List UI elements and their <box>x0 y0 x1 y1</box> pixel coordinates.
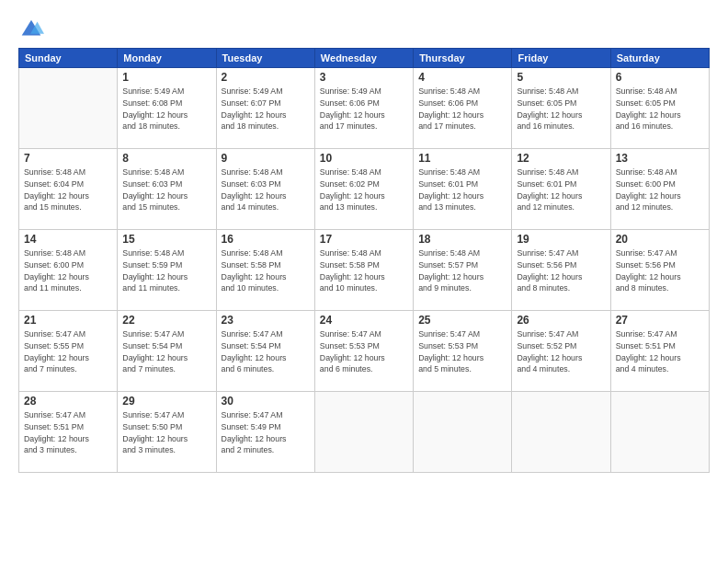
day-detail: Sunrise: 5:47 AMSunset: 5:51 PMDaylight:… <box>616 328 704 375</box>
calendar-cell: 12Sunrise: 5:48 AMSunset: 6:01 PMDayligh… <box>512 149 610 230</box>
day-number: 15 <box>122 233 210 246</box>
calendar-cell: 18Sunrise: 5:48 AMSunset: 5:57 PMDayligh… <box>414 230 512 311</box>
day-detail: Sunrise: 5:47 AMSunset: 5:54 PMDaylight:… <box>222 328 310 375</box>
day-detail: Sunrise: 5:48 AMSunset: 5:58 PMDaylight:… <box>222 247 310 294</box>
day-number: 25 <box>418 314 506 327</box>
calendar-cell: 3Sunrise: 5:49 AMSunset: 6:06 PMDaylight… <box>314 68 413 149</box>
calendar-cell: 1Sunrise: 5:49 AMSunset: 6:08 PMDaylight… <box>118 68 216 149</box>
calendar-cell: 25Sunrise: 5:47 AMSunset: 5:53 PMDayligh… <box>414 311 512 392</box>
week-row-1: 7Sunrise: 5:48 AMSunset: 6:04 PMDaylight… <box>19 149 710 230</box>
day-detail: Sunrise: 5:47 AMSunset: 5:50 PMDaylight:… <box>122 409 210 456</box>
day-number: 9 <box>222 152 310 165</box>
calendar-cell: 19Sunrise: 5:47 AMSunset: 5:56 PMDayligh… <box>512 230 610 311</box>
calendar-cell: 15Sunrise: 5:48 AMSunset: 5:59 PMDayligh… <box>118 230 216 311</box>
day-detail: Sunrise: 5:48 AMSunset: 6:00 PMDaylight:… <box>24 247 112 294</box>
calendar-cell: 14Sunrise: 5:48 AMSunset: 6:00 PMDayligh… <box>19 230 118 311</box>
week-row-3: 21Sunrise: 5:47 AMSunset: 5:55 PMDayligh… <box>19 311 710 392</box>
week-row-0: 1Sunrise: 5:49 AMSunset: 6:08 PMDaylight… <box>19 68 710 149</box>
calendar-cell <box>610 392 709 473</box>
day-header-wednesday: Wednesday <box>314 49 413 68</box>
day-detail: Sunrise: 5:48 AMSunset: 6:01 PMDaylight:… <box>418 167 506 213</box>
day-number: 14 <box>24 233 112 246</box>
day-number: 21 <box>24 314 112 327</box>
calendar-cell <box>19 68 118 149</box>
day-number: 10 <box>320 152 408 165</box>
calendar-cell: 4Sunrise: 5:48 AMSunset: 6:06 PMDaylight… <box>414 68 512 149</box>
day-number: 17 <box>320 233 408 246</box>
day-detail: Sunrise: 5:48 AMSunset: 6:00 PMDaylight:… <box>616 167 704 213</box>
day-number: 8 <box>122 152 210 165</box>
calendar-cell: 8Sunrise: 5:48 AMSunset: 6:03 PMDaylight… <box>118 149 216 230</box>
day-number: 1 <box>122 71 210 84</box>
calendar-cell: 9Sunrise: 5:48 AMSunset: 6:03 PMDaylight… <box>216 149 314 230</box>
calendar-table: SundayMondayTuesdayWednesdayThursdayFrid… <box>18 48 710 473</box>
calendar-cell: 17Sunrise: 5:48 AMSunset: 5:58 PMDayligh… <box>314 230 413 311</box>
day-number: 3 <box>320 71 408 84</box>
day-number: 7 <box>24 152 112 165</box>
day-number: 22 <box>122 314 210 327</box>
day-detail: Sunrise: 5:48 AMSunset: 5:59 PMDaylight:… <box>122 247 210 294</box>
day-header-saturday: Saturday <box>610 49 709 68</box>
calendar-cell: 20Sunrise: 5:47 AMSunset: 5:56 PMDayligh… <box>610 230 709 311</box>
header <box>18 17 710 42</box>
week-row-4: 28Sunrise: 5:47 AMSunset: 5:51 PMDayligh… <box>19 392 710 473</box>
day-detail: Sunrise: 5:47 AMSunset: 5:49 PMDaylight:… <box>222 409 310 456</box>
day-number: 30 <box>222 395 310 408</box>
calendar-cell: 21Sunrise: 5:47 AMSunset: 5:55 PMDayligh… <box>19 311 118 392</box>
calendar-cell: 29Sunrise: 5:47 AMSunset: 5:50 PMDayligh… <box>118 392 216 473</box>
calendar-cell: 26Sunrise: 5:47 AMSunset: 5:52 PMDayligh… <box>512 311 610 392</box>
day-number: 4 <box>418 71 506 84</box>
calendar-cell: 28Sunrise: 5:47 AMSunset: 5:51 PMDayligh… <box>19 392 118 473</box>
calendar-cell: 13Sunrise: 5:48 AMSunset: 6:00 PMDayligh… <box>610 149 709 230</box>
days-header-row: SundayMondayTuesdayWednesdayThursdayFrid… <box>19 49 710 68</box>
day-number: 2 <box>222 71 310 84</box>
day-detail: Sunrise: 5:48 AMSunset: 6:04 PMDaylight:… <box>24 167 112 213</box>
day-number: 6 <box>616 71 704 84</box>
day-number: 16 <box>222 233 310 246</box>
day-detail: Sunrise: 5:49 AMSunset: 6:06 PMDaylight:… <box>320 86 408 132</box>
calendar-cell: 6Sunrise: 5:48 AMSunset: 6:05 PMDaylight… <box>610 68 709 149</box>
day-detail: Sunrise: 5:48 AMSunset: 5:58 PMDaylight:… <box>320 247 408 294</box>
day-number: 5 <box>517 71 605 84</box>
day-number: 24 <box>320 314 408 327</box>
day-header-thursday: Thursday <box>414 49 512 68</box>
calendar-cell: 7Sunrise: 5:48 AMSunset: 6:04 PMDaylight… <box>19 149 118 230</box>
day-detail: Sunrise: 5:47 AMSunset: 5:53 PMDaylight:… <box>418 328 506 375</box>
day-detail: Sunrise: 5:49 AMSunset: 6:08 PMDaylight:… <box>122 86 210 132</box>
day-number: 23 <box>222 314 310 327</box>
day-number: 20 <box>616 233 704 246</box>
week-row-2: 14Sunrise: 5:48 AMSunset: 6:00 PMDayligh… <box>19 230 710 311</box>
day-detail: Sunrise: 5:47 AMSunset: 5:54 PMDaylight:… <box>122 328 210 375</box>
day-header-tuesday: Tuesday <box>216 49 314 68</box>
day-detail: Sunrise: 5:47 AMSunset: 5:53 PMDaylight:… <box>320 328 408 375</box>
calendar-cell <box>414 392 512 473</box>
day-detail: Sunrise: 5:48 AMSunset: 6:05 PMDaylight:… <box>517 86 605 132</box>
day-header-friday: Friday <box>512 49 610 68</box>
calendar-cell: 27Sunrise: 5:47 AMSunset: 5:51 PMDayligh… <box>610 311 709 392</box>
calendar-cell: 24Sunrise: 5:47 AMSunset: 5:53 PMDayligh… <box>314 311 413 392</box>
day-detail: Sunrise: 5:47 AMSunset: 5:51 PMDaylight:… <box>24 409 112 456</box>
day-detail: Sunrise: 5:47 AMSunset: 5:56 PMDaylight:… <box>517 247 605 294</box>
day-detail: Sunrise: 5:48 AMSunset: 5:57 PMDaylight:… <box>418 247 506 294</box>
calendar-cell: 16Sunrise: 5:48 AMSunset: 5:58 PMDayligh… <box>216 230 314 311</box>
day-detail: Sunrise: 5:47 AMSunset: 5:52 PMDaylight:… <box>517 328 605 375</box>
day-detail: Sunrise: 5:47 AMSunset: 5:56 PMDaylight:… <box>616 247 704 294</box>
day-detail: Sunrise: 5:47 AMSunset: 5:55 PMDaylight:… <box>24 328 112 375</box>
calendar-cell: 22Sunrise: 5:47 AMSunset: 5:54 PMDayligh… <box>118 311 216 392</box>
calendar-cell: 11Sunrise: 5:48 AMSunset: 6:01 PMDayligh… <box>414 149 512 230</box>
calendar-cell: 5Sunrise: 5:48 AMSunset: 6:05 PMDaylight… <box>512 68 610 149</box>
day-number: 28 <box>24 395 112 408</box>
day-header-monday: Monday <box>118 49 216 68</box>
calendar-cell <box>314 392 413 473</box>
day-detail: Sunrise: 5:49 AMSunset: 6:07 PMDaylight:… <box>222 86 310 132</box>
day-detail: Sunrise: 5:48 AMSunset: 6:03 PMDaylight:… <box>122 167 210 213</box>
calendar-cell: 23Sunrise: 5:47 AMSunset: 5:54 PMDayligh… <box>216 311 314 392</box>
day-detail: Sunrise: 5:48 AMSunset: 6:03 PMDaylight:… <box>222 167 310 213</box>
day-detail: Sunrise: 5:48 AMSunset: 6:05 PMDaylight:… <box>616 86 704 132</box>
day-number: 26 <box>517 314 605 327</box>
day-detail: Sunrise: 5:48 AMSunset: 6:06 PMDaylight:… <box>418 86 506 132</box>
logo-icon <box>18 17 44 42</box>
day-detail: Sunrise: 5:48 AMSunset: 6:01 PMDaylight:… <box>517 167 605 213</box>
logo <box>18 17 48 42</box>
calendar-cell: 2Sunrise: 5:49 AMSunset: 6:07 PMDaylight… <box>216 68 314 149</box>
